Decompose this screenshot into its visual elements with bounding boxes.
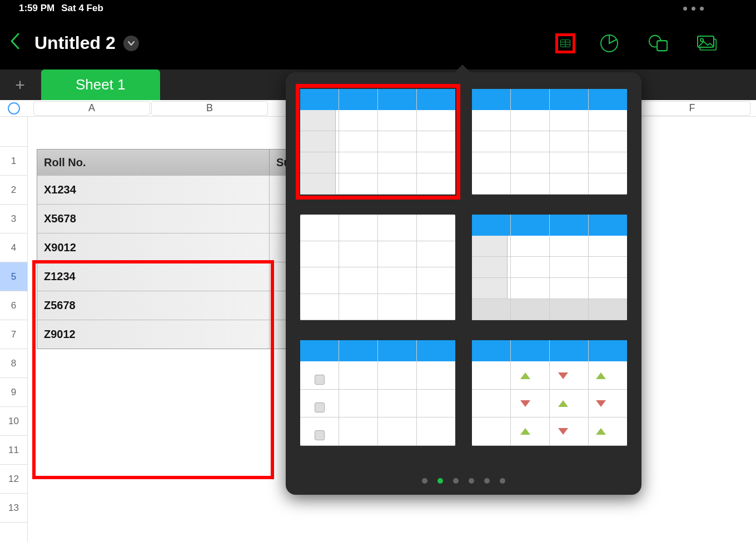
table-style-option-2[interactable] <box>472 89 627 195</box>
table-style-option-5[interactable] <box>300 340 455 446</box>
table-cell[interactable]: Z5678 <box>37 291 270 320</box>
title-bar: Untitled 2 <box>0 17 756 69</box>
row-num[interactable]: 5 <box>0 262 27 291</box>
row-num[interactable]: 3 <box>0 205 27 233</box>
select-all-corner[interactable] <box>0 101 28 116</box>
row-num[interactable]: 11 <box>0 436 27 465</box>
row-num[interactable]: 2 <box>0 176 27 205</box>
insert-table-icon[interactable] <box>555 33 575 53</box>
sheet-tab-1[interactable]: Sheet 1 <box>41 69 160 100</box>
row-num[interactable]: 9 <box>0 378 27 407</box>
popover-arrow <box>454 64 471 73</box>
col-header-f[interactable]: F <box>634 101 750 116</box>
row-num[interactable]: 13 <box>0 494 27 523</box>
table-style-option-6[interactable] <box>472 340 627 446</box>
row-num[interactable]: 6 <box>0 291 27 320</box>
add-sheet-button[interactable]: + <box>0 69 40 100</box>
table-cell[interactable]: X1234 <box>37 176 270 204</box>
row-num[interactable]: 10 <box>0 407 27 436</box>
table-cell[interactable]: Z1234 <box>37 262 270 291</box>
popover-page-dots[interactable] <box>286 478 641 484</box>
status-date: Sat 4 Feb <box>61 3 103 14</box>
insert-shape-icon[interactable] <box>648 33 668 53</box>
insert-chart-icon[interactable] <box>599 33 619 53</box>
col-header-a[interactable]: A <box>33 101 150 116</box>
row-num[interactable]: 1 <box>0 147 27 176</box>
status-time: 1:59 PM <box>19 3 54 14</box>
table-header-cell[interactable]: Roll No. <box>37 150 270 175</box>
col-header-b[interactable]: B <box>151 101 268 116</box>
table-style-option-1[interactable] <box>300 89 455 195</box>
table-cell[interactable]: X5678 <box>37 205 270 233</box>
table-style-option-4[interactable] <box>472 215 627 320</box>
row-numbers: 1 2 3 4 5 6 7 8 9 10 11 12 13 <box>0 117 28 542</box>
row-num[interactable]: 7 <box>0 320 27 349</box>
insert-media-icon[interactable] <box>697 33 717 53</box>
status-menu-dots[interactable] <box>683 7 704 11</box>
back-button[interactable] <box>10 32 20 54</box>
status-bar: 1:59 PM Sat 4 Feb <box>0 0 756 17</box>
row-num[interactable]: 12 <box>0 465 27 494</box>
row-num[interactable]: 4 <box>0 233 27 262</box>
document-title[interactable]: Untitled 2 <box>34 33 116 53</box>
table-cell[interactable]: X9012 <box>37 233 270 262</box>
svg-rect-6 <box>657 41 667 51</box>
table-styles-popover <box>286 72 641 495</box>
row-num[interactable]: 8 <box>0 349 27 378</box>
document-title-menu[interactable] <box>123 36 139 51</box>
table-style-option-3[interactable] <box>300 215 455 320</box>
table-cell[interactable]: Z9012 <box>37 320 270 349</box>
